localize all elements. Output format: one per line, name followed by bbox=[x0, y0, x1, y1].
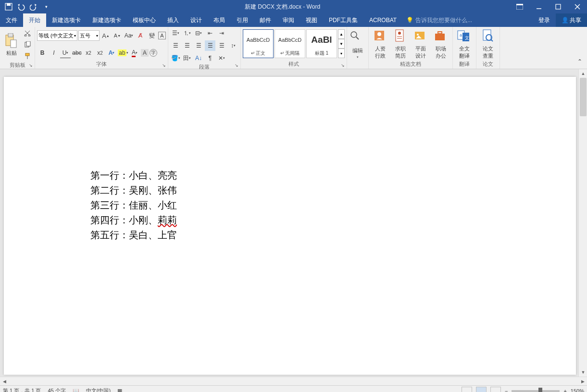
tab-review[interactable]: 审阅 bbox=[277, 13, 300, 27]
thesis-button[interactable]: 论文 查重 bbox=[478, 28, 498, 61]
read-mode-icon[interactable] bbox=[462, 387, 472, 392]
font-color-icon[interactable]: A▾ bbox=[129, 48, 140, 58]
distributed-icon[interactable]: ☰ bbox=[216, 40, 227, 51]
tab-file[interactable]: 文件 bbox=[0, 13, 23, 27]
tab-design[interactable]: 设计 bbox=[185, 13, 208, 27]
scrollbar-thumb[interactable] bbox=[580, 78, 587, 116]
superscript-button[interactable]: x2 bbox=[95, 48, 105, 58]
share-button[interactable]: 👤 共享 bbox=[556, 13, 587, 27]
clipboard-launcher-icon[interactable]: ↘ bbox=[29, 63, 34, 68]
style-more-icon[interactable]: ▾ bbox=[338, 49, 345, 58]
subscript-button[interactable]: x2 bbox=[83, 48, 94, 58]
enclose-char-icon[interactable]: 字 bbox=[150, 49, 157, 57]
clear-format-icon[interactable]: A̸ bbox=[135, 30, 146, 41]
web-layout-icon[interactable] bbox=[490, 387, 501, 392]
style-nospacing[interactable]: AaBbCcD ↵ 无间隔 bbox=[275, 29, 305, 58]
tab-pdf[interactable]: PDF工具集 bbox=[323, 13, 363, 27]
qat-customize-icon[interactable]: ▾ bbox=[40, 1, 52, 12]
word-count[interactable]: 45 个字 bbox=[48, 387, 65, 392]
login-button[interactable]: 登录 bbox=[533, 13, 556, 27]
zoom-slider[interactable] bbox=[512, 390, 560, 392]
tell-me-input[interactable]: 💡 告诉我您想要做什么... bbox=[402, 16, 533, 24]
spell-check-icon[interactable]: 📖 bbox=[73, 388, 79, 392]
print-layout-icon[interactable] bbox=[476, 387, 487, 392]
multilevel-list-icon[interactable]: ⊟▾ bbox=[193, 28, 204, 38]
tab-home[interactable]: 开始 bbox=[23, 13, 46, 27]
undo-icon[interactable] bbox=[15, 1, 27, 12]
align-justify-icon[interactable]: ☰ bbox=[205, 40, 215, 51]
italic-button[interactable]: I bbox=[49, 48, 59, 58]
close-icon[interactable] bbox=[568, 0, 587, 13]
document-page[interactable]: 第一行：小白、亮亮 第二行：吴刚、张伟 第三行：佳丽、小红 第四行：小刚、莉莉 … bbox=[4, 77, 576, 375]
hr-button[interactable]: 人资 行政 bbox=[371, 28, 390, 61]
zoom-slider-thumb[interactable] bbox=[538, 388, 542, 392]
decrease-indent-icon[interactable]: ⇤ bbox=[205, 28, 215, 38]
resume-button[interactable]: 求职 简历 bbox=[391, 28, 410, 61]
asian-layout-icon[interactable]: ✕▾ bbox=[216, 53, 227, 63]
align-left-icon[interactable]: ☰ bbox=[170, 40, 181, 51]
tab-insert[interactable]: 插入 bbox=[162, 13, 185, 27]
align-right-icon[interactable]: ☰ bbox=[193, 40, 204, 51]
text-effects-icon[interactable]: A▾ bbox=[106, 48, 117, 58]
scroll-down-icon[interactable]: ▼ bbox=[579, 368, 587, 377]
cut-icon[interactable] bbox=[22, 28, 33, 38]
borders-icon[interactable]: 田▾ bbox=[182, 53, 192, 63]
zoom-level[interactable]: 150% bbox=[571, 388, 584, 392]
text-line[interactable]: 第五行：吴白、上官 bbox=[90, 228, 177, 243]
highlight-icon[interactable]: ab▾ bbox=[118, 48, 128, 58]
font-launcher-icon[interactable]: ↘ bbox=[162, 63, 167, 68]
minimize-icon[interactable] bbox=[529, 0, 549, 13]
text-line[interactable]: 第二行：吴刚、张伟 bbox=[90, 183, 177, 198]
paste-button[interactable]: 粘贴 bbox=[2, 28, 21, 61]
macro-icon[interactable]: ▦ bbox=[117, 388, 122, 392]
tab-newopt1[interactable]: 新建选项卡 bbox=[46, 13, 87, 27]
font-size-combo[interactable]: 五号▾ bbox=[78, 30, 100, 41]
show-marks-icon[interactable]: ¶ bbox=[205, 53, 215, 63]
paragraph-launcher-icon[interactable]: ↘ bbox=[235, 63, 239, 68]
char-shading-icon[interactable]: A bbox=[141, 49, 149, 57]
tab-acrobat[interactable]: ACROBAT bbox=[363, 13, 402, 27]
style-heading1[interactable]: AaBl 标题 1 bbox=[306, 29, 337, 58]
increase-indent-icon[interactable]: ⇥ bbox=[216, 28, 227, 38]
tab-references[interactable]: 引用 bbox=[231, 13, 254, 27]
style-up-icon[interactable]: ▲ bbox=[338, 29, 345, 39]
format-painter-icon[interactable] bbox=[22, 51, 33, 61]
maximize-icon[interactable] bbox=[549, 0, 568, 13]
scroll-right-icon[interactable]: ▶ bbox=[578, 379, 587, 384]
sort-icon[interactable]: A↓ bbox=[193, 53, 204, 63]
office-button[interactable]: 职场 办公 bbox=[431, 28, 450, 61]
phonetic-guide-icon[interactable]: 變 bbox=[147, 30, 157, 41]
decrease-font-icon[interactable]: A▼ bbox=[112, 30, 123, 41]
bold-button[interactable]: B bbox=[37, 48, 48, 58]
char-border-icon[interactable]: A bbox=[158, 32, 166, 39]
tab-mailings[interactable]: 邮件 bbox=[254, 13, 277, 27]
style-normal[interactable]: AaBbCcD ↵ 正文 bbox=[243, 29, 274, 58]
change-case-icon[interactable]: Aa▾ bbox=[124, 30, 134, 41]
collapse-ribbon-icon[interactable]: ⌃ bbox=[575, 56, 585, 67]
shading-icon[interactable]: 🪣▾ bbox=[170, 53, 181, 63]
line-spacing-icon[interactable]: ↕▾ bbox=[228, 40, 238, 51]
redo-icon[interactable] bbox=[28, 1, 39, 12]
scroll-up-icon[interactable]: ▲ bbox=[579, 69, 587, 78]
horizontal-scrollbar[interactable]: ◀ ▶ bbox=[0, 377, 587, 385]
zoom-out-icon[interactable]: − bbox=[505, 388, 508, 392]
underline-button[interactable]: U▾ bbox=[60, 48, 71, 58]
text-line[interactable]: 第四行：小刚、莉莉 bbox=[90, 213, 177, 228]
zoom-in-icon[interactable]: + bbox=[563, 388, 566, 392]
tab-newopt2[interactable]: 新建选项卡 bbox=[87, 13, 127, 27]
strikethrough-button[interactable]: abc bbox=[72, 48, 82, 58]
document-content[interactable]: 第一行：小白、亮亮 第二行：吴刚、张伟 第三行：佳丽、小红 第四行：小刚、莉莉 … bbox=[90, 168, 177, 243]
font-name-combo[interactable]: 等线 (中文正文▾ bbox=[37, 30, 77, 41]
align-center-icon[interactable]: ☰ bbox=[182, 40, 192, 51]
text-line[interactable]: 第三行：佳丽、小红 bbox=[90, 198, 177, 213]
copy-icon[interactable] bbox=[22, 39, 33, 50]
increase-font-icon[interactable]: A▲ bbox=[100, 30, 111, 41]
language-status[interactable]: 中文(中国) bbox=[86, 387, 111, 392]
ribbon-display-icon[interactable] bbox=[510, 0, 529, 13]
styles-launcher-icon[interactable]: ↘ bbox=[341, 63, 346, 68]
graphic-button[interactable]: 平面 设计 bbox=[411, 28, 430, 61]
translate-button[interactable]: a文全文 翻译 bbox=[455, 28, 474, 61]
save-icon[interactable] bbox=[3, 1, 14, 12]
tab-template[interactable]: 模板中心 bbox=[127, 13, 162, 27]
page-status[interactable]: 第 1 页，共 1 页 bbox=[3, 387, 41, 392]
